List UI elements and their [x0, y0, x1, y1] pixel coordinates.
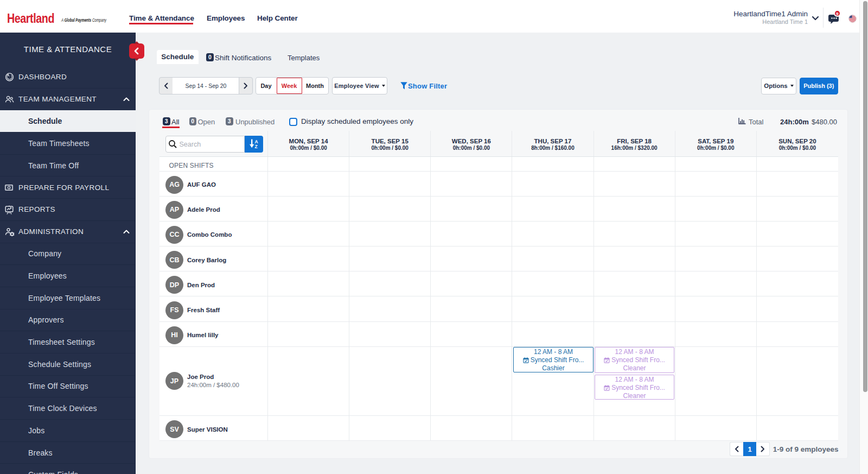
- svg-text:Z: Z: [255, 144, 258, 149]
